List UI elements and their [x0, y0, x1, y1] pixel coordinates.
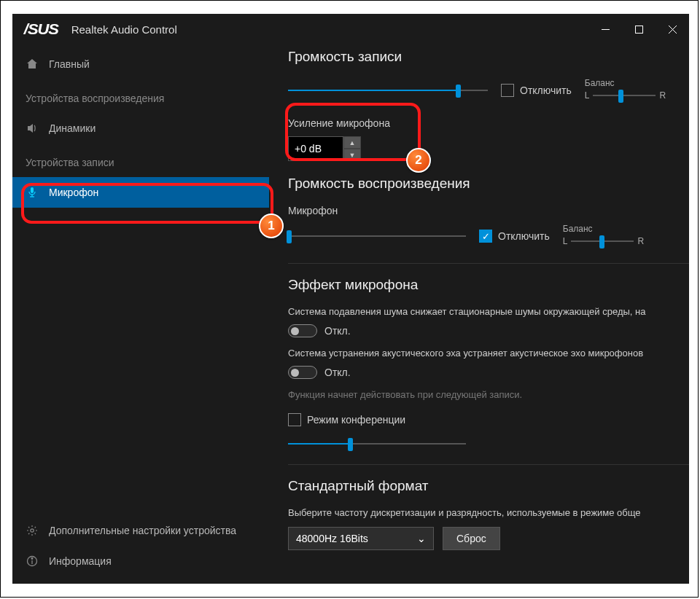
- playback-balance-slider[interactable]: [571, 234, 634, 248]
- divider: [288, 263, 689, 264]
- mic-effect-heading: Эффект микрофона: [288, 277, 689, 293]
- recording-balance-slider[interactable]: [593, 88, 656, 103]
- svg-rect-4: [31, 187, 34, 193]
- gear-icon: [26, 524, 39, 537]
- balance-label: Баланс: [585, 78, 666, 88]
- conference-slider[interactable]: [288, 436, 466, 451]
- recording-volume-heading: Громкость записи: [288, 49, 689, 65]
- sidebar-item-label: Микрофон: [49, 187, 98, 198]
- close-button[interactable]: [656, 14, 689, 44]
- format-dropdown[interactable]: 48000Hz 16Bits ⌄: [288, 527, 434, 550]
- dropdown-value: 48000Hz 16Bits: [296, 533, 368, 544]
- sidebar-heading-recording: Устройства записи: [12, 148, 269, 177]
- reset-button[interactable]: Сброс: [443, 527, 500, 550]
- mic-gain-spinner[interactable]: ▲ ▼: [288, 136, 689, 161]
- checkbox-label: Отключить: [520, 85, 572, 96]
- speaker-icon: [26, 122, 39, 135]
- svg-point-10: [31, 558, 33, 560]
- balance-l: L: [585, 90, 590, 101]
- echo-cancel-desc: Система устранения акустического эха уст…: [288, 348, 689, 359]
- sidebar-item-label: Информация: [49, 555, 112, 567]
- button-label: Сброс: [456, 533, 486, 544]
- balance-l: L: [563, 236, 568, 246]
- home-icon: [26, 58, 39, 71]
- toggle-state-label: Откл.: [324, 367, 351, 378]
- sidebar-item-label: Динамики: [49, 122, 96, 134]
- toggle-state-label: Откл.: [324, 325, 351, 337]
- minimize-button[interactable]: [588, 14, 622, 44]
- divider: [288, 464, 689, 465]
- microphone-icon: [26, 186, 39, 199]
- balance-r: R: [659, 90, 666, 101]
- sidebar-item-main[interactable]: Главный: [12, 49, 269, 79]
- spinner-down-button[interactable]: ▼: [343, 149, 361, 161]
- asus-logo: /SUS: [24, 21, 58, 38]
- spinner-up-button[interactable]: ▲: [343, 136, 361, 149]
- svg-rect-1: [635, 26, 642, 33]
- info-icon: [26, 555, 39, 568]
- sidebar-item-speakers[interactable]: Динамики: [12, 113, 269, 144]
- noise-suppression-desc: Система подавления шума снижает стациона…: [288, 306, 689, 317]
- balance-r: R: [637, 236, 644, 246]
- sidebar-item-label: Дополнительные настройки устройства: [49, 525, 236, 536]
- recording-mute-checkbox[interactable]: Отключить: [501, 84, 572, 97]
- balance-label: Баланс: [563, 224, 644, 234]
- playback-mute-checkbox[interactable]: ✓ Отключить: [479, 230, 550, 243]
- playback-volume-slider[interactable]: [288, 229, 466, 243]
- sidebar-item-info[interactable]: Информация: [12, 546, 269, 576]
- sidebar: Главный Устройства воспроизведения Динам…: [12, 44, 269, 584]
- mic-gain-label: Усиление микрофона: [288, 117, 689, 129]
- conference-mode-checkbox[interactable]: Режим конференции: [288, 413, 689, 426]
- main-panel: Громкость записи Отключить Баланс L: [269, 44, 689, 584]
- sidebar-item-label: Главный: [49, 58, 90, 70]
- sidebar-item-advanced[interactable]: Дополнительные настройки устройства: [12, 515, 269, 546]
- maximize-button[interactable]: [622, 14, 656, 44]
- app-window: /SUS Realtek Audio Control Главный Устро…: [12, 14, 689, 584]
- default-format-heading: Стандартный формат: [288, 478, 689, 494]
- playback-device-label: Микрофон: [288, 205, 689, 216]
- checkbox-label: Отключить: [498, 230, 550, 242]
- sidebar-item-microphone[interactable]: Микрофон: [12, 177, 269, 208]
- mic-gain-input[interactable]: [288, 136, 343, 161]
- noise-suppression-toggle[interactable]: [288, 324, 317, 337]
- chevron-down-icon: ⌄: [417, 533, 426, 544]
- svg-point-7: [31, 529, 34, 532]
- echo-cancel-toggle[interactable]: [288, 366, 317, 379]
- sidebar-heading-playback: Устройства воспроизведения: [12, 84, 269, 113]
- playback-volume-heading: Громкость воспроизведения: [288, 176, 689, 192]
- default-format-desc: Выберите частоту дискретизации и разрядн…: [288, 507, 689, 518]
- titlebar: /SUS Realtek Audio Control: [12, 14, 689, 44]
- effect-note: Функция начнет действовать при следующей…: [288, 389, 689, 400]
- checkbox-label: Режим конференции: [307, 414, 405, 426]
- window-title: Realtek Audio Control: [71, 23, 177, 36]
- recording-volume-slider[interactable]: [288, 83, 488, 98]
